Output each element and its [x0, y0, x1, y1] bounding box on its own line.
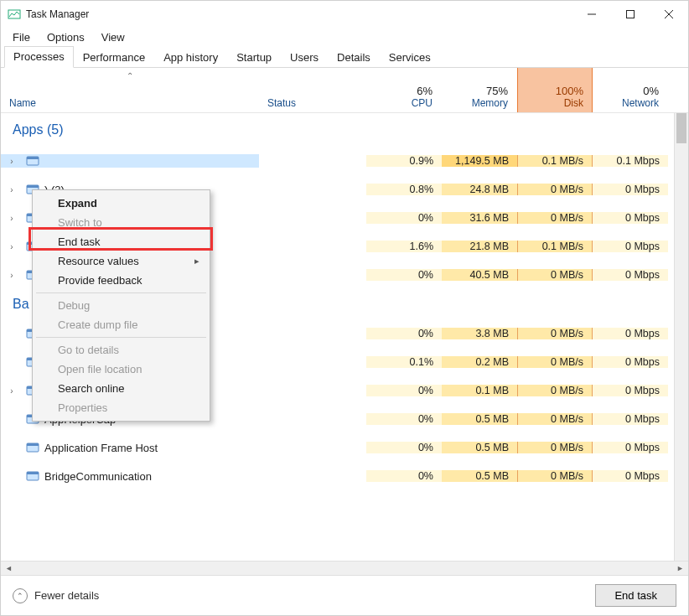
process-name: BridgeCommunication: [44, 470, 152, 483]
end-task-button[interactable]: End task: [595, 584, 676, 607]
window-title: Task Manager: [26, 8, 89, 20]
ctx-create-dump: Create dump file: [34, 315, 208, 334]
memory-cell: 0.5 MB: [442, 470, 517, 482]
expand-chevron-icon[interactable]: ›: [8, 185, 16, 194]
close-button[interactable]: [650, 1, 688, 28]
tab-details[interactable]: Details: [328, 47, 380, 68]
vertical-scrollbar[interactable]: [674, 113, 688, 561]
svg-rect-24: [27, 443, 39, 446]
fewer-details-button[interactable]: ⌃ Fewer details: [13, 588, 99, 603]
network-label: Network: [601, 97, 659, 109]
disk-cell: 0 MB/s: [517, 212, 593, 224]
ctx-switch-to: Switch to: [34, 213, 208, 232]
menu-file[interactable]: File: [4, 29, 39, 45]
title-bar: Task Manager: [1, 1, 688, 28]
network-cell: 0 Mbps: [593, 413, 668, 425]
cpu-percent: 6%: [375, 85, 433, 97]
column-name-label: Name: [9, 97, 250, 109]
memory-cell: 0.1 MB: [442, 385, 517, 396]
process-icon: [26, 441, 39, 454]
cpu-cell: 1.6%: [366, 241, 442, 252]
submenu-arrow-icon: ▸: [194, 256, 199, 267]
network-cell: 0 Mbps: [593, 184, 668, 195]
chevron-up-icon: ⌃: [13, 588, 28, 603]
svg-rect-0: [8, 10, 20, 18]
tab-processes[interactable]: Processes: [4, 46, 74, 68]
memory-cell: 0.2 MB: [442, 356, 517, 368]
ctx-provide-feedback[interactable]: Provide feedback: [34, 271, 208, 290]
tab-strip: Processes Performance App history Startu…: [1, 46, 688, 68]
memory-cell: 31.6 MB: [442, 212, 517, 224]
ctx-resource-values[interactable]: Resource values▸: [34, 251, 208, 271]
menu-view[interactable]: View: [93, 29, 133, 45]
memory-cell: 1,149.5 MB: [442, 155, 517, 167]
column-memory[interactable]: 75% Memory: [442, 68, 517, 112]
tab-services[interactable]: Services: [380, 47, 440, 68]
cpu-cell: 0%: [366, 269, 442, 281]
task-manager-window: Task Manager File Options View Processes…: [0, 0, 689, 616]
cpu-cell: 0.9%: [366, 155, 442, 167]
column-disk[interactable]: 100% Disk: [517, 68, 593, 112]
scroll-right-icon[interactable]: ►: [674, 563, 686, 574]
ctx-go-to-details: Go to details: [34, 340, 208, 360]
tab-users[interactable]: Users: [281, 47, 328, 68]
ctx-expand[interactable]: Expand: [34, 194, 208, 213]
disk-percent: 100%: [526, 85, 583, 97]
column-name[interactable]: ⌃ Name: [1, 68, 259, 112]
process-icon: [26, 469, 39, 483]
memory-label: Memory: [450, 97, 508, 109]
memory-cell: 40.5 MB: [442, 269, 517, 281]
horizontal-scrollbar[interactable]: ◄ ►: [1, 561, 688, 575]
svg-rect-6: [27, 157, 39, 159]
cpu-cell: 0%: [366, 385, 442, 396]
disk-cell: 0 MB/s: [517, 385, 593, 396]
expand-chevron-icon[interactable]: ›: [8, 386, 16, 396]
scroll-left-icon[interactable]: ◄: [3, 563, 15, 574]
svg-rect-26: [27, 472, 39, 474]
network-cell: 0 Mbps: [593, 212, 668, 224]
cpu-label: CPU: [375, 97, 433, 109]
cpu-cell: 0%: [366, 442, 442, 453]
cpu-cell: 0%: [366, 413, 442, 425]
ctx-separator: [36, 292, 206, 293]
ctx-end-task[interactable]: End task: [34, 232, 208, 251]
disk-cell: 0 MB/s: [517, 184, 593, 195]
menu-options[interactable]: Options: [39, 29, 93, 45]
context-menu: Expand Switch to End task Resource value…: [32, 189, 210, 422]
ctx-resource-values-label: Resource values: [58, 255, 139, 267]
memory-percent: 75%: [450, 85, 508, 97]
table-row[interactable]: › 0.9% 1,149.5 MB 0.1 MB/s 0.1 Mbps: [1, 147, 688, 175]
column-status[interactable]: Status: [259, 68, 366, 112]
network-cell: 0 Mbps: [593, 385, 668, 396]
expand-chevron-icon[interactable]: ›: [8, 271, 16, 280]
cpu-cell: 0%: [366, 328, 442, 339]
minimize-button[interactable]: [572, 1, 611, 28]
network-cell: 0 Mbps: [593, 470, 668, 482]
tab-startup[interactable]: Startup: [227, 47, 281, 68]
column-cpu[interactable]: 6% CPU: [366, 68, 442, 112]
network-cell: 0 Mbps: [593, 328, 668, 339]
maximize-button[interactable]: [611, 1, 650, 28]
ctx-search-online[interactable]: Search online: [34, 379, 208, 398]
ctx-debug: Debug: [34, 296, 208, 315]
expand-chevron-icon[interactable]: ›: [8, 214, 16, 223]
memory-cell: 21.8 MB: [442, 241, 517, 252]
network-cell: 0 Mbps: [593, 241, 668, 252]
disk-cell: 0 MB/s: [517, 442, 593, 453]
disk-cell: 0 MB/s: [517, 413, 593, 425]
ctx-open-file-location: Open file location: [34, 360, 208, 379]
group-header-apps[interactable]: Apps (5): [1, 113, 688, 147]
disk-cell: 0 MB/s: [517, 269, 593, 281]
disk-cell: 0.1 MB/s: [517, 241, 593, 252]
table-row[interactable]: › BridgeCommunication 0% 0.5 MB 0 MB/s 0…: [1, 462, 688, 490]
tab-app-history[interactable]: App history: [154, 47, 227, 68]
process-icon: [26, 154, 39, 168]
table-row[interactable]: › Application Frame Host 0% 0.5 MB 0 MB/…: [1, 433, 688, 462]
scrollbar-thumb[interactable]: [676, 113, 686, 143]
column-network[interactable]: 0% Network: [593, 68, 668, 112]
svg-rect-8: [27, 185, 39, 188]
expand-chevron-icon[interactable]: ›: [8, 157, 16, 166]
fewer-details-label: Fewer details: [34, 589, 99, 602]
tab-performance[interactable]: Performance: [74, 47, 154, 68]
expand-chevron-icon[interactable]: ›: [8, 242, 16, 251]
